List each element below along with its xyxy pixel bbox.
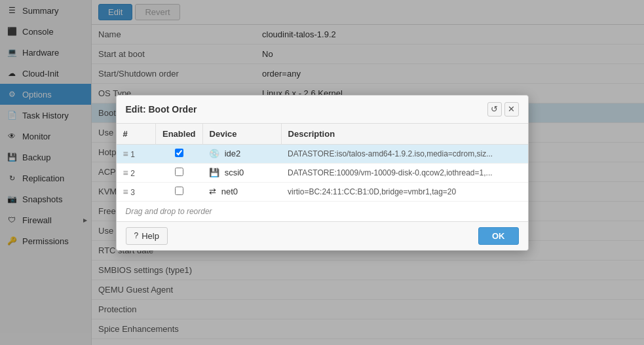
dialog-body: # Enabled Device Description ≡ 1 💿 ide2 … <box>117 124 528 221</box>
description-cell: DATASTORE:iso/talos-amd64-1.9.2.iso,medi… <box>281 144 527 163</box>
boot-order-table: # Enabled Device Description ≡ 1 💿 ide2 … <box>117 124 528 202</box>
edit-boot-order-dialog: Edit: Boot Order ↺ ✕ # Enabled Device De… <box>116 95 529 251</box>
col-header-hash: # <box>117 124 156 145</box>
device-cell: ⇄ net0 <box>202 182 281 201</box>
enabled-cell <box>156 144 203 163</box>
table-row: ≡ 1 💿 ide2 DATASTORE:iso/talos-amd64-1.9… <box>117 144 528 163</box>
table-row: ≡ 2 💾 scsi0 DATASTORE:10009/vm-10009-dis… <box>117 163 528 182</box>
enabled-checkbox[interactable] <box>175 149 183 157</box>
dialog-header-buttons: ↺ ✕ <box>487 102 519 117</box>
dialog-header: Edit: Boot Order ↺ ✕ <box>117 96 528 124</box>
modal-overlay: Edit: Boot Order ↺ ✕ # Enabled Device De… <box>0 0 644 345</box>
row-number: 3 <box>130 188 135 197</box>
device-icon: ⇄ <box>209 187 216 196</box>
row-number: 2 <box>130 169 135 178</box>
enabled-cell <box>156 163 203 182</box>
drag-handle-cell: ≡ 2 <box>117 163 156 182</box>
row-number: 1 <box>130 150 135 159</box>
device-icon: 💿 <box>209 149 219 158</box>
device-name: net0 <box>221 187 238 196</box>
enabled-checkbox[interactable] <box>175 187 183 195</box>
enabled-checkbox[interactable] <box>175 168 183 176</box>
col-header-description: Description <box>281 124 527 145</box>
dialog-close-button[interactable]: ✕ <box>504 102 519 117</box>
ok-button[interactable]: OK <box>478 227 519 245</box>
help-icon: ? <box>134 231 139 240</box>
drag-handle-icon[interactable]: ≡ <box>123 187 128 197</box>
drag-handle-icon[interactable]: ≡ <box>123 168 128 178</box>
drag-handle-cell: ≡ 3 <box>117 182 156 201</box>
dialog-title: Edit: Boot Order <box>126 104 197 115</box>
dialog-footer: ? Help OK <box>117 221 528 250</box>
device-name: scsi0 <box>225 168 244 177</box>
help-button[interactable]: ? Help <box>126 227 168 245</box>
device-cell: 💾 scsi0 <box>202 163 281 182</box>
drag-hint: Drag and drop to reorder <box>117 202 528 221</box>
device-name: ide2 <box>225 149 241 158</box>
help-label: Help <box>142 231 159 241</box>
drag-handle-cell: ≡ 1 <box>117 144 156 163</box>
enabled-cell <box>156 182 203 201</box>
description-cell: virtio=BC:24:11:CC:B1:0D,bridge=vmbr1,ta… <box>281 182 527 201</box>
description-cell: DATASTORE:10009/vm-10009-disk-0.qcow2,io… <box>281 163 527 182</box>
dialog-reset-button[interactable]: ↺ <box>487 102 502 117</box>
col-header-enabled: Enabled <box>156 124 203 145</box>
table-row: ≡ 3 ⇄ net0 virtio=BC:24:11:CC:B1:0D,brid… <box>117 182 528 201</box>
table-header-row: # Enabled Device Description <box>117 124 528 145</box>
drag-handle-icon[interactable]: ≡ <box>123 149 128 159</box>
device-cell: 💿 ide2 <box>202 144 281 163</box>
col-header-device: Device <box>202 124 281 145</box>
device-icon: 💾 <box>209 168 219 177</box>
